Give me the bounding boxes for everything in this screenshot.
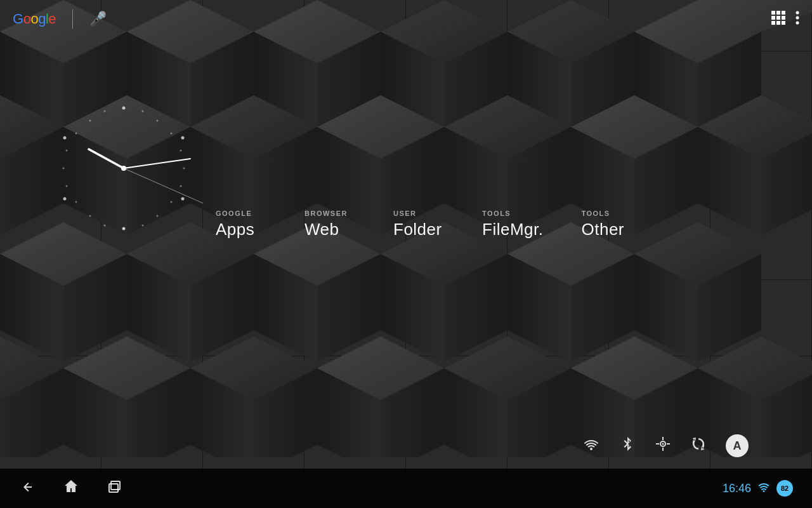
svg-point-121: [662, 443, 664, 444]
svg-point-99: [171, 133, 173, 135]
auto-brightness-label: A: [733, 439, 742, 453]
svg-rect-81: [782, 11, 785, 15]
svg-rect-80: [776, 11, 780, 15]
svg-point-93: [181, 197, 185, 201]
recents-button[interactable]: [105, 478, 123, 499]
svg-rect-84: [782, 16, 785, 20]
shortcut-user-folder[interactable]: USER Folder: [393, 210, 444, 239]
shortcut-user-name: Folder: [393, 220, 442, 239]
top-right-icons: [771, 11, 799, 28]
wifi-toggle[interactable]: [582, 435, 600, 457]
gps-toggle[interactable]: [655, 436, 671, 457]
svg-line-117: [124, 159, 190, 168]
quick-toggles: A: [582, 434, 749, 457]
svg-point-96: [63, 137, 67, 140]
svg-point-100: [180, 150, 182, 152]
svg-point-112: [66, 150, 68, 152]
svg-point-103: [171, 201, 173, 203]
svg-point-109: [75, 201, 77, 203]
svg-rect-82: [771, 16, 775, 20]
svg-line-116: [89, 149, 124, 168]
svg-point-97: [142, 110, 144, 112]
status-bar-right: 16:46 82: [723, 480, 793, 497]
svg-point-106: [123, 228, 125, 230]
svg-rect-79: [771, 11, 775, 15]
bluetooth-toggle[interactable]: [619, 436, 636, 457]
shortcut-browser-category: BROWSER: [304, 210, 348, 217]
sync-toggle[interactable]: [690, 436, 707, 457]
shortcut-tools1-name: FileMgr.: [482, 220, 543, 239]
svg-point-110: [66, 185, 68, 187]
logo-divider: [72, 10, 73, 29]
svg-point-105: [142, 225, 144, 227]
auto-brightness-toggle[interactable]: A: [726, 434, 749, 457]
shortcut-tools2-category: TOOLS: [581, 210, 610, 217]
svg-rect-87: [782, 21, 785, 25]
svg-point-113: [75, 133, 77, 135]
svg-rect-83: [776, 16, 780, 20]
app-shortcuts-row: GOOGLE Apps BROWSER Web USER Folder TOOL…: [216, 210, 632, 239]
shortcut-google-category: GOOGLE: [216, 210, 252, 217]
top-bar: Google 🎤: [0, 0, 812, 38]
bottom-navigation-bar: 16:46 82: [0, 469, 812, 508]
shortcut-tools2-name: Other: [581, 220, 624, 239]
nav-buttons: [19, 478, 123, 499]
svg-point-102: [180, 185, 182, 187]
svg-line-118: [124, 168, 203, 203]
svg-rect-85: [771, 21, 775, 25]
svg-point-119: [121, 166, 126, 171]
svg-point-115: [104, 110, 106, 112]
clock-widget: [44, 89, 203, 248]
svg-point-98: [157, 120, 159, 122]
svg-point-104: [157, 215, 159, 217]
svg-point-95: [63, 197, 67, 201]
svg-point-90: [796, 21, 799, 24]
svg-point-89: [796, 16, 799, 19]
shortcut-tools-other[interactable]: TOOLS Other: [581, 210, 632, 239]
microphone-icon[interactable]: 🎤: [89, 11, 107, 27]
svg-point-114: [89, 120, 91, 122]
apps-grid-icon[interactable]: [771, 11, 785, 28]
svg-point-101: [183, 168, 185, 170]
shortcut-tools-filemgr[interactable]: TOOLS FileMgr.: [482, 210, 543, 239]
google-logo: Google 🎤: [13, 10, 107, 29]
shortcut-google-name: Apps: [216, 220, 254, 239]
svg-point-88: [796, 11, 799, 14]
home-button[interactable]: [62, 478, 80, 499]
back-button[interactable]: [19, 478, 37, 499]
google-wordmark: Google: [13, 11, 56, 27]
shortcut-browser-name: Web: [304, 220, 339, 239]
svg-point-91: [122, 107, 126, 110]
shortcut-browser-web[interactable]: BROWSER Web: [304, 210, 355, 239]
shortcut-google-apps[interactable]: GOOGLE Apps: [216, 210, 266, 239]
svg-rect-86: [776, 21, 780, 25]
wallpaper-background: [0, 0, 812, 508]
svg-point-108: [89, 215, 91, 217]
clock-time: 16:46: [723, 482, 751, 495]
battery-status: 82: [776, 480, 793, 497]
shortcut-user-category: USER: [393, 210, 417, 217]
shortcut-tools1-category: TOOLS: [482, 210, 511, 217]
battery-percent: 82: [781, 485, 789, 492]
svg-point-107: [104, 225, 106, 227]
overflow-menu-icon[interactable]: [796, 11, 799, 28]
svg-point-92: [181, 137, 185, 140]
wifi-status-icon: [757, 481, 770, 497]
svg-point-111: [63, 168, 65, 170]
analog-clock: [44, 89, 203, 248]
